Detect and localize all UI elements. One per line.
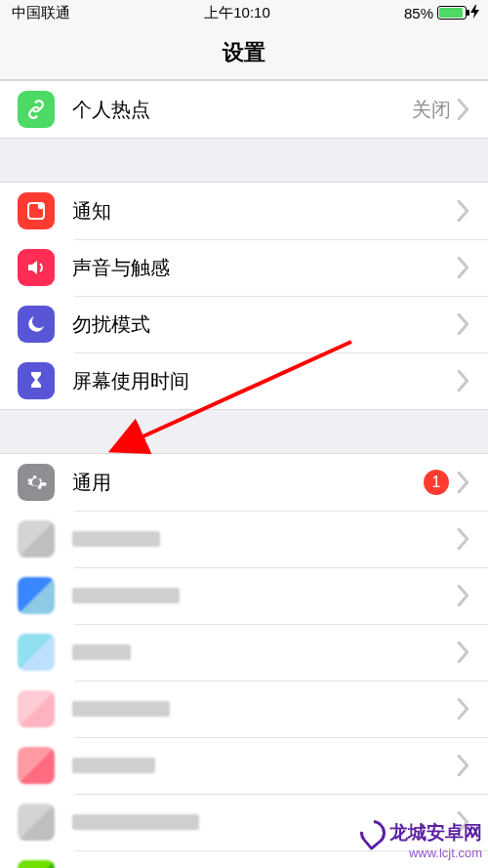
chevron-right-icon: [457, 99, 470, 120]
settings-group-1: 通知 声音与触感 勿扰模式 屏幕使用时间: [0, 182, 488, 410]
navbar: 设置: [0, 25, 488, 80]
hourglass-icon: [18, 362, 55, 399]
charging-icon: [470, 5, 480, 21]
chevron-right-icon: [457, 528, 470, 550]
row-redacted[interactable]: [0, 511, 488, 567]
chevron-right-icon: [457, 585, 470, 606]
row-redacted[interactable]: [0, 624, 488, 681]
chevron-right-icon: [457, 200, 470, 222]
row-personal-hotspot[interactable]: 个人热点 关闭: [0, 81, 488, 138]
battery-pct: 85%: [404, 5, 433, 21]
row-redacted[interactable]: [0, 567, 488, 624]
chevron-right-icon: [457, 755, 470, 776]
settings-group-2: 通用 1: [0, 453, 488, 868]
row-redacted[interactable]: [0, 681, 488, 737]
settings-group-top: 个人热点 关闭: [0, 80, 488, 139]
redacted-icon: [18, 520, 55, 558]
row-dnd[interactable]: 勿扰模式: [0, 296, 488, 352]
clock: 上午10:10: [204, 4, 270, 22]
notification-icon: [18, 192, 55, 229]
watermark-brand: 龙城安卓网: [389, 820, 482, 846]
row-label: 通用: [72, 470, 424, 496]
redacted-label: [72, 701, 170, 717]
carrier-label: 中国联通: [12, 4, 70, 22]
svg-point-6: [38, 203, 44, 209]
row-label: 屏幕使用时间: [72, 368, 457, 394]
row-label: 个人热点: [72, 97, 412, 123]
redacted-label: [72, 758, 155, 773]
redacted-icon: [18, 747, 55, 784]
chevron-right-icon: [457, 370, 470, 392]
row-notifications[interactable]: 通知: [0, 183, 488, 239]
row-screentime[interactable]: 屏幕使用时间: [0, 352, 488, 409]
chevron-right-icon: [457, 313, 470, 335]
row-general[interactable]: 通用 1: [0, 454, 488, 511]
row-redacted[interactable]: [0, 737, 488, 794]
row-label: 勿扰模式: [72, 311, 457, 338]
redacted-label: [72, 644, 131, 660]
status-bar: 中国联通 上午10:10 85%: [0, 0, 488, 25]
redacted-label: [72, 814, 199, 830]
chevron-right-icon: [457, 257, 470, 278]
row-label: 通知: [72, 198, 457, 225]
moon-icon: [18, 306, 55, 343]
link-icon: [18, 91, 55, 128]
notification-badge: 1: [424, 470, 449, 495]
watermark: 龙城安卓网 www.lcjt.com: [360, 820, 482, 860]
chevron-right-icon: [457, 472, 470, 493]
redacted-icon: [18, 860, 55, 868]
redacted-icon: [18, 690, 55, 727]
redacted-icon: [18, 804, 55, 841]
battery-icon: [437, 6, 467, 20]
row-sounds[interactable]: 声音与触感: [0, 239, 488, 296]
chevron-right-icon: [457, 641, 470, 663]
gear-icon: [18, 464, 55, 501]
watermark-url: www.lcjt.com: [360, 846, 482, 860]
redacted-label: [72, 531, 160, 547]
row-label: 声音与触感: [72, 255, 457, 281]
chevron-right-icon: [457, 698, 470, 720]
page-title: 设置: [223, 38, 265, 67]
row-detail: 关闭: [412, 97, 451, 123]
redacted-icon: [18, 634, 55, 671]
redacted-icon: [18, 577, 55, 614]
sound-icon: [18, 249, 55, 286]
redacted-label: [72, 588, 180, 603]
